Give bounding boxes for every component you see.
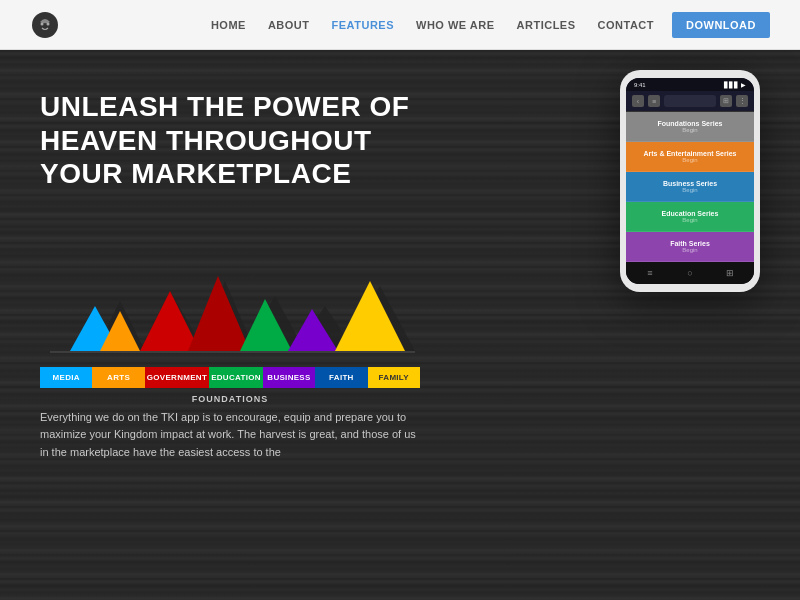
- foundations-title: Foundations Series: [632, 120, 748, 127]
- logo-icon: [30, 10, 60, 40]
- foundations-label: FOUNDATIONS: [40, 394, 420, 404]
- nav-who[interactable]: WHO WE ARE: [416, 19, 495, 31]
- arts-title: Arts & Entertainment Series: [632, 150, 748, 157]
- svg-point-0: [32, 12, 58, 38]
- phone-grid-icon: ⊞: [720, 95, 732, 107]
- app-row-education: Education Series Begin: [626, 202, 754, 232]
- app-row-foundations: Foundations Series Begin: [626, 112, 754, 142]
- phone-mockup: 9:41 ▊▊▊ ▶ ‹ ≡ ⊞ ⋮ Foundations Series Be…: [620, 70, 770, 292]
- phone-outer: 9:41 ▊▊▊ ▶ ‹ ≡ ⊞ ⋮ Foundations Series Be…: [620, 70, 760, 292]
- app-row-arts: Arts & Entertainment Series Begin: [626, 142, 754, 172]
- phone-status-bar: 9:41 ▊▊▊ ▶: [626, 78, 754, 91]
- faith-sub: Begin: [632, 247, 748, 253]
- category-tabs: MEDIA ARTS GOVERNMENT EDUCATION BUSINESS…: [40, 367, 420, 388]
- business-sub: Begin: [632, 187, 748, 193]
- mountain-chart: MEDIA ARTS GOVERNMENT EDUCATION BUSINESS…: [40, 221, 420, 391]
- cat-media: MEDIA: [40, 367, 92, 388]
- hero-section: UNLEASH THE POWER OF HEAVEN THROUGHOUT Y…: [0, 50, 800, 600]
- phone-icons: ▊▊▊ ▶: [724, 81, 746, 88]
- phone-search-bar: [664, 95, 716, 107]
- download-button[interactable]: DOWNLOAD: [672, 12, 770, 38]
- phone-nav-bar: ‹ ≡ ⊞ ⋮: [626, 91, 754, 112]
- nav-home[interactable]: HOME: [211, 19, 246, 31]
- education-title: Education Series: [632, 210, 748, 217]
- phone-more-icon: ⋮: [736, 95, 748, 107]
- nav-about[interactable]: ABOUT: [268, 19, 310, 31]
- arts-sub: Begin: [632, 157, 748, 163]
- logo-area: [30, 10, 60, 40]
- phone-home-icon: ≡: [643, 266, 657, 280]
- phone-back-icon: ‹: [632, 95, 644, 107]
- hero-content: UNLEASH THE POWER OF HEAVEN THROUGHOUT Y…: [0, 50, 490, 462]
- svg-point-2: [47, 22, 50, 25]
- cat-education: EDUCATION: [209, 367, 263, 388]
- svg-point-1: [41, 22, 44, 25]
- cat-faith: FAITH: [315, 367, 367, 388]
- app-row-business: Business Series Begin: [626, 172, 754, 202]
- foundations-sub: Begin: [632, 127, 748, 133]
- mountains-svg: [40, 221, 420, 361]
- cat-government: GOVERNMENT: [145, 367, 209, 388]
- phone-bottom-bar: ≡ ○ ⊞: [626, 262, 754, 284]
- nav-articles[interactable]: ARTICLES: [517, 19, 576, 31]
- phone-screen: 9:41 ▊▊▊ ▶ ‹ ≡ ⊞ ⋮ Foundations Series Be…: [626, 78, 754, 284]
- nav-links: HOME ABOUT FEATURES WHO WE ARE ARTICLES …: [211, 19, 654, 31]
- phone-grid2-icon: ⊞: [723, 266, 737, 280]
- faith-title: Faith Series: [632, 240, 748, 247]
- cat-business: BUSINESS: [263, 367, 315, 388]
- hero-description: Everything we do on the TKI app is to en…: [40, 409, 420, 462]
- nav-features[interactable]: FEATURES: [332, 19, 394, 31]
- app-row-faith: Faith Series Begin: [626, 232, 754, 262]
- cat-arts: ARTS: [92, 367, 144, 388]
- phone-menu-icon: ≡: [648, 95, 660, 107]
- hero-title: UNLEASH THE POWER OF HEAVEN THROUGHOUT Y…: [40, 90, 450, 191]
- nav-contact[interactable]: CONTACT: [598, 19, 654, 31]
- education-sub: Begin: [632, 217, 748, 223]
- phone-time: 9:41: [634, 82, 646, 88]
- business-title: Business Series: [632, 180, 748, 187]
- phone-circle-icon: ○: [683, 266, 697, 280]
- cat-family: FAMILY: [368, 367, 420, 388]
- navbar: HOME ABOUT FEATURES WHO WE ARE ARTICLES …: [0, 0, 800, 50]
